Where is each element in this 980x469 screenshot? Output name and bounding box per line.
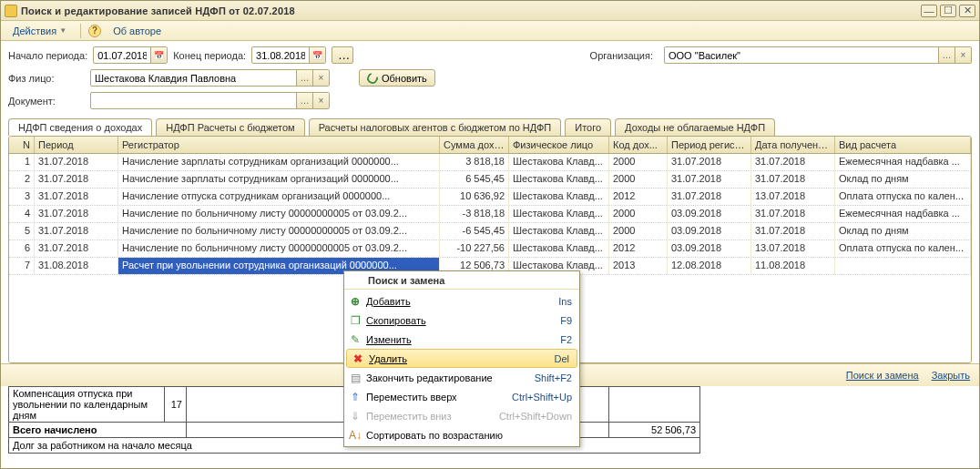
period-end-input[interactable] — [252, 47, 309, 63]
close-link[interactable]: Закрыть — [932, 370, 970, 381]
cell-kind — [835, 258, 971, 274]
search-replace-link[interactable]: Поиск и замена — [846, 370, 919, 381]
ellipsis-icon[interactable]: … — [296, 70, 312, 86]
person-input[interactable] — [91, 70, 296, 86]
cell-period-reg: 03.09.2018 — [668, 206, 751, 222]
ellipsis-icon[interactable]: … — [938, 47, 954, 63]
table-row[interactable]: 431.07.2018Начисление по больничному лис… — [9, 206, 971, 223]
minimize-button[interactable]: — — [921, 5, 937, 17]
ctx-sort-asc[interactable]: A↓Сортировать по возрастанию — [344, 425, 579, 444]
cell-code: 2000 — [609, 223, 668, 240]
cell-n: 1 — [9, 154, 35, 170]
cell-period-reg: 31.07.2018 — [668, 189, 751, 205]
col-period-reg[interactable]: Период регистр... — [668, 137, 751, 153]
clear-icon[interactable]: × — [312, 70, 329, 86]
refresh-icon — [365, 70, 380, 85]
cell-period: 31.07.2018 — [35, 189, 118, 205]
cell-n: 3 — [9, 189, 35, 205]
actions-button[interactable]: Действия ▼ — [6, 24, 73, 38]
period-start-label: Начало периода: — [8, 50, 87, 61]
cell-period: 31.07.2018 — [35, 206, 118, 222]
period-end-input-group[interactable] — [251, 46, 326, 64]
table-row[interactable]: 631.07.2018Начисление по больничному лис… — [9, 240, 971, 258]
refresh-label: Обновить — [382, 73, 427, 84]
document-input[interactable] — [91, 93, 296, 108]
cell-kind: Оклад по дням — [835, 171, 971, 188]
person-input-group[interactable]: … × — [90, 69, 330, 87]
cell-period-reg: 31.07.2018 — [668, 154, 751, 170]
help-icon[interactable]: ? — [88, 25, 101, 37]
ctx-copy[interactable]: ❐СкопироватьF9 — [344, 311, 579, 330]
table-row[interactable]: 331.07.2018Начисление отпуска сотрудника… — [9, 189, 971, 206]
period-start-input-group[interactable] — [93, 46, 168, 64]
table-row[interactable]: 131.07.2018Начисление зарплаты сотрудник… — [9, 154, 971, 171]
cell-sum: 3 818,18 — [440, 154, 509, 170]
document-input-group[interactable]: … × — [90, 92, 330, 109]
refresh-button[interactable]: Обновить — [359, 69, 435, 87]
col-kind[interactable]: Вид расчета — [835, 137, 971, 153]
calendar-icon[interactable] — [309, 47, 325, 63]
clear-icon[interactable]: × — [954, 47, 971, 63]
cell-date: 13.07.2018 — [751, 240, 835, 257]
col-code[interactable]: Код дох... — [609, 137, 668, 153]
cell-period-reg: 31.07.2018 — [668, 171, 751, 188]
ctx-add[interactable]: ⊕ДобавитьIns — [344, 291, 579, 311]
ctx-title: Поиск и замена — [344, 273, 579, 290]
cell-period: 31.08.2018 — [35, 258, 118, 274]
cell-date: 31.07.2018 — [751, 223, 835, 240]
table-row[interactable]: 531.07.2018Начисление по больничному лис… — [9, 223, 971, 240]
plus-icon: ⊕ — [344, 295, 366, 308]
col-date-received[interactable]: Дата получени... — [751, 137, 835, 153]
clear-icon[interactable]: × — [312, 93, 329, 108]
ctx-edit[interactable]: ✎ИзменитьF2 — [344, 330, 579, 349]
close-button[interactable]: ✕ — [959, 5, 975, 17]
tab-bar: НДФП сведения о доходах НДФП Расчеты с б… — [1, 115, 979, 136]
cell-sum: 6 545,45 — [440, 171, 509, 188]
tab-agent-calc[interactable]: Расчеты налоговых агентов с бюджетом по … — [309, 118, 562, 136]
cell-kind: Ежемесячная надбавка ... — [835, 206, 971, 222]
col-period[interactable]: Период — [35, 137, 118, 153]
cell-period-reg: 03.09.2018 — [668, 240, 751, 257]
ctx-move-up[interactable]: ⇑Переместить вверхCtrl+Shift+Up — [344, 387, 579, 406]
report-row1-label: Компенсация отпуска при увольнении по ка… — [9, 387, 165, 423]
about-button[interactable]: Об авторе — [107, 24, 168, 38]
col-n[interactable]: N — [9, 137, 35, 153]
cell-period: 31.07.2018 — [35, 154, 118, 170]
col-registrator[interactable]: Регистратор — [118, 137, 440, 153]
report-row2-label: Всего начислено — [9, 423, 187, 438]
cell-registrator: Начисление зарплаты сотрудникам организа… — [118, 154, 440, 170]
col-sum[interactable]: Сумма дохо... — [440, 137, 509, 153]
ctx-delete[interactable]: ✖УдалитьDel — [346, 349, 577, 368]
cell-code: 2000 — [609, 206, 668, 222]
separator — [80, 24, 81, 38]
cell-kind: Оплата отпуска по кален... — [835, 240, 971, 257]
ellipsis-icon[interactable]: … — [296, 93, 312, 108]
delete-icon: ✖ — [347, 352, 369, 365]
tab-nontax-income[interactable]: Доходы не облагаемые НДФП — [615, 118, 775, 136]
maximize-button[interactable]: ☐ — [940, 5, 956, 17]
tab-income-info[interactable]: НДФП сведения о доходах — [8, 118, 152, 136]
table-row[interactable]: 231.07.2018Начисление зарплаты сотрудник… — [9, 171, 971, 189]
period-start-input[interactable] — [94, 47, 150, 63]
filters-panel: Начало периода: Конец периода: … Организ… — [1, 41, 979, 115]
ctx-finish-edit[interactable]: ▤Закончить редактированиеShift+F2 — [344, 368, 579, 387]
grid-header: N Период Регистратор Сумма дохо... Физич… — [9, 137, 971, 154]
cell-person: Шестакова Клавд... — [509, 171, 609, 188]
tab-budget-calc[interactable]: НДФП Расчеты с бюджетом — [156, 118, 304, 136]
report-row2-val: 52 506,73 — [609, 423, 700, 438]
cell-date: 13.07.2018 — [751, 189, 835, 205]
cell-sum: -3 818,18 — [440, 206, 509, 222]
cell-n: 7 — [9, 258, 35, 274]
cell-person: Шестакова Клавд... — [509, 206, 609, 222]
calendar-icon[interactable] — [150, 47, 167, 63]
report-row1-val: 17 — [165, 387, 187, 423]
org-input-group[interactable]: … × — [664, 46, 972, 64]
cell-date: 31.07.2018 — [751, 171, 835, 188]
period-ellipsis-button[interactable]: … — [332, 46, 353, 64]
cell-code: 2000 — [609, 154, 668, 170]
col-person[interactable]: Физическое лицо — [509, 137, 609, 153]
ctx-move-down: ⇓Переместить внизCtrl+Shift+Down — [344, 406, 579, 425]
tab-total[interactable]: Итого — [565, 118, 611, 136]
cell-person: Шестакова Клавд... — [509, 240, 609, 257]
org-input[interactable] — [665, 47, 938, 63]
